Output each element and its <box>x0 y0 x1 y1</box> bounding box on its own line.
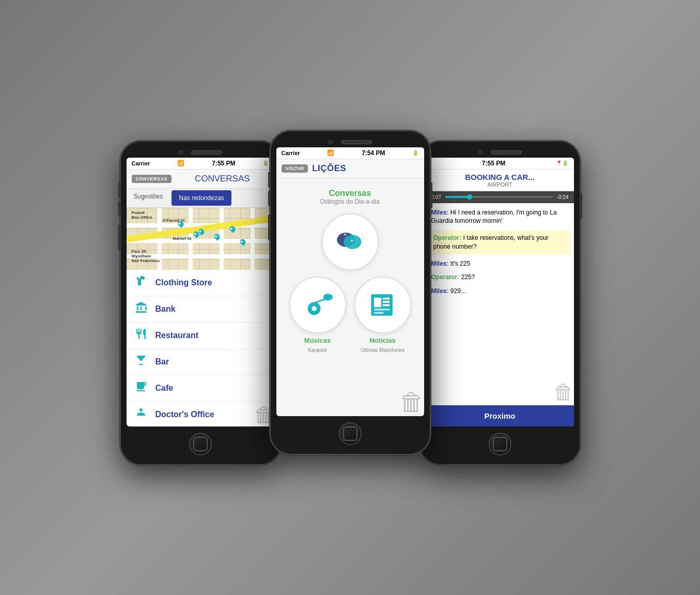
phone1-home-button[interactable] <box>189 433 212 455</box>
phone2-bottom <box>276 422 424 445</box>
phone1-title-light: CON <box>195 174 214 184</box>
bar-icon <box>134 354 148 370</box>
map-label-parc: Parc 55WyndhamSan Francisco <box>132 249 160 263</box>
phone2-home-button[interactable] <box>339 422 362 445</box>
operator-text-2: 225? <box>461 273 475 281</box>
audio-knob <box>467 194 472 200</box>
miles-name-1: Miles: <box>431 209 450 216</box>
phone1-back-button[interactable]: CONVERSAS <box>132 175 172 183</box>
chat-line-miles-3: Miles: 929... <box>431 287 569 296</box>
phone3-top <box>426 150 574 155</box>
noticias-title: Notícias <box>369 337 396 344</box>
phone3-trash-icon: 🗑 <box>553 380 574 404</box>
map-label-powell: PowellBox Office <box>132 210 152 220</box>
bank-icon <box>134 301 148 317</box>
phone1-status-bar: Carrier 📶 7:55 PM 🔋 <box>127 158 274 170</box>
phone2-camera <box>329 140 333 144</box>
phone2-nav-title: LIÇÕES <box>312 163 346 174</box>
miles-text-1: Hi I need a reservation, I'm going to La… <box>431 209 557 225</box>
audio-track[interactable] <box>445 196 553 198</box>
proximo-button[interactable]: Proximo <box>426 405 574 426</box>
phone2-content: Conversas Diálogos do Dia-a-dia " " <box>276 178 424 416</box>
phone3-icons: 📍🔋 <box>556 160 568 166</box>
list-item-bank[interactable]: Bank <box>127 296 274 323</box>
phone1-wifi-icon: 📶 <box>177 160 184 166</box>
noticias-item[interactable]: Notícias Últimas Manchetes <box>354 277 411 353</box>
miles-name-2: Miles: <box>431 260 450 267</box>
musicas-title: Músicas <box>304 337 331 344</box>
camera <box>179 150 183 155</box>
phone1-map: O'Farrell St Market St Parc 55WyndhamSan… <box>127 208 274 270</box>
phone1-bottom <box>127 433 274 455</box>
phone1-screen: Carrier 📶 7:55 PM 🔋 CONVERSAS CONVERSAS … <box>127 158 274 426</box>
cafe-icon <box>134 380 148 396</box>
svg-rect-16 <box>374 308 389 310</box>
conversas-title: Conversas <box>329 189 371 198</box>
audio-current-time: 0:07 <box>431 194 441 200</box>
chat-line-operator-1: Operator: I take reservations, what's yo… <box>429 231 571 254</box>
svg-point-10 <box>323 294 332 300</box>
phone3-time: 7:55 PM <box>482 160 505 167</box>
phone3-status-bar: 7:55 PM 📍🔋 <box>426 158 574 170</box>
conversas-circle-button[interactable]: " " <box>322 213 379 270</box>
phone3-screen: 7:55 PM 📍🔋 BOOKING A CAR... AIRPORT 0:07… <box>426 158 574 426</box>
operator-name-1: Operator: <box>433 234 463 241</box>
list-item-restaurant[interactable]: Restaurant <box>127 323 274 349</box>
phone3-nav-title: BOOKING A CAR... <box>431 173 569 181</box>
miles-name-3: Miles: <box>431 287 450 295</box>
phone2-nav: VOLTAR LIÇÕES <box>276 159 424 178</box>
miles-text-3: 929... <box>450 287 466 295</box>
phone-1: Carrier 📶 7:55 PM 🔋 CONVERSAS CONVERSAS … <box>120 141 281 465</box>
svg-rect-15 <box>382 304 390 306</box>
phone3-chat-area: Miles: Hi I need a reservation, I'm goin… <box>426 203 574 307</box>
phone2-status-bar: Carrier 📶 7:54 PM 🔋 <box>276 147 424 159</box>
clothing-store-label: Clothing Store <box>155 278 212 287</box>
noticias-subtitle: Últimas Manchetes <box>361 347 405 353</box>
musicas-item[interactable]: Músicas Karaokê <box>289 277 346 353</box>
phone-3: 7:55 PM 📍🔋 BOOKING A CAR... AIRPORT 0:07… <box>420 141 580 465</box>
bank-label: Bank <box>155 304 176 314</box>
musicas-circle-button[interactable] <box>289 277 346 333</box>
phone2-trash-icon: 🗑 <box>399 388 424 416</box>
phone2-time: 7:54 PM <box>362 149 385 157</box>
noticias-circle-button[interactable] <box>354 277 411 333</box>
phone3-speaker <box>491 150 522 155</box>
phone2-speaker <box>341 140 372 144</box>
list-item-doctors-office[interactable]: Doctor's Office <box>127 402 274 426</box>
svg-rect-13 <box>382 297 390 299</box>
phone3-nav: BOOKING A CAR... AIRPORT <box>426 170 574 191</box>
svg-rect-17 <box>374 312 383 314</box>
list-item-clothing-store[interactable]: Clothing Store <box>127 270 274 296</box>
tab-nas-redondezas[interactable]: Nas redondezas <box>172 190 231 206</box>
list-item-cafe[interactable]: Cafe <box>127 375 274 402</box>
restaurant-icon <box>134 328 148 343</box>
conversas-subtitle: Diálogos do Dia-a-dia <box>320 198 380 205</box>
svg-point-0 <box>139 408 143 411</box>
cafe-label: Cafe <box>155 384 174 393</box>
phone2-screen: Carrier 📶 7:54 PM 🔋 VOLTAR LIÇÕES Conver… <box>276 147 424 416</box>
phone1-time: 7:55 PM <box>212 160 235 167</box>
phone1-tabs: Sugestões Nas redondezas <box>127 189 274 208</box>
svg-text:": " <box>344 233 347 240</box>
phone2-battery-icon: 🔋 <box>412 150 418 156</box>
phone2-back-button[interactable]: VOLTAR <box>282 164 308 173</box>
restaurant-label: Restaurant <box>155 331 199 340</box>
tab-sugestoes[interactable]: Sugestões <box>127 189 170 207</box>
list-item-bar[interactable]: Bar <box>127 349 274 375</box>
svg-point-8 <box>312 306 316 311</box>
doctors-office-label: Doctor's Office <box>155 410 214 419</box>
phone1-battery-icon: 🔋 <box>262 160 269 166</box>
phone-2: Carrier 📶 7:54 PM 🔋 VOLTAR LIÇÕES Conver… <box>270 131 430 454</box>
svg-rect-14 <box>382 301 390 303</box>
phone3-audio-bar: 0:07 -0:24 <box>426 191 574 203</box>
phones-container: Carrier 📶 7:55 PM 🔋 CONVERSAS CONVERSAS … <box>105 100 596 496</box>
phone3-home-button[interactable] <box>489 433 511 455</box>
chat-line-miles-1: Miles: Hi I need a reservation, I'm goin… <box>431 208 569 226</box>
phone1-title-bold: VERSAS <box>214 174 250 184</box>
phone2-top <box>276 140 424 144</box>
doctors-office-icon <box>134 407 148 422</box>
phone3-nav-subtitle: AIRPORT <box>431 181 569 188</box>
phone1-nav-title: CONVERSAS <box>176 174 269 184</box>
audio-remaining-time: -0:24 <box>557 194 569 200</box>
speaker <box>191 150 222 155</box>
